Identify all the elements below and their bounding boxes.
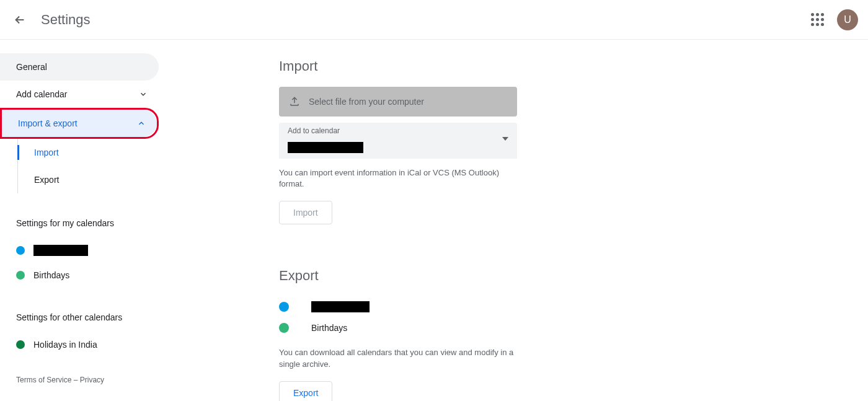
nav-import-export[interactable]: Import & export [2, 110, 157, 137]
terms-link[interactable]: Terms of Service [16, 376, 71, 384]
upload-icon [289, 96, 300, 107]
subnav-import[interactable]: Import [18, 139, 162, 166]
nav-add-calendar[interactable]: Add calendar [0, 81, 159, 108]
subnav-export[interactable]: Export [18, 166, 162, 193]
export-helper-text: You can download all calendars that you … [279, 347, 517, 369]
import-helper-text: You can import event information in iCal… [279, 167, 517, 190]
my-calendar-item[interactable]: Birthdays [0, 263, 162, 288]
import-button[interactable]: Import [279, 201, 332, 224]
add-to-calendar-select[interactable]: Add to calendar [279, 123, 517, 159]
google-apps-button[interactable] [805, 7, 830, 32]
account-avatar[interactable]: U [837, 9, 858, 30]
select-value-redacted [288, 142, 363, 153]
calendar-name-redacted [311, 301, 370, 312]
section-my-calendars: Settings for my calendars [0, 218, 162, 228]
nav-label: Add calendar [16, 89, 68, 99]
select-value [288, 142, 363, 155]
calendar-color-dot [279, 302, 289, 312]
section-other-calendars: Settings for other calendars [0, 312, 162, 322]
select-file-label: Select file from your computer [309, 97, 424, 107]
export-calendar-row: Birthdays [279, 317, 517, 338]
dropdown-triangle-icon [502, 137, 508, 141]
my-calendar-item[interactable] [0, 238, 162, 263]
main-content: Import Select file from your computer Ad… [162, 40, 868, 401]
calendar-color-dot [279, 323, 289, 333]
select-label: Add to calendar [288, 126, 340, 135]
chevron-down-icon [139, 90, 148, 99]
import-export-submenu: Import Export [17, 139, 162, 193]
calendar-name: Birthdays [311, 323, 347, 333]
apps-grid-icon [811, 13, 824, 26]
separator: – [74, 376, 80, 384]
nav-general[interactable]: General [0, 53, 159, 81]
arrow-left-icon [13, 13, 27, 27]
calendar-name-redacted [33, 245, 88, 256]
calendar-name: Birthdays [33, 270, 69, 280]
export-panel: Export Birthdays You can download all ca… [279, 268, 517, 401]
footer-links: Terms of Service – Privacy [0, 357, 162, 397]
page-title: Settings [41, 12, 91, 28]
privacy-link[interactable]: Privacy [80, 376, 104, 384]
highlight-box: Import & export [0, 108, 159, 139]
import-panel: Import Select file from your computer Ad… [279, 58, 517, 224]
chevron-up-icon [137, 119, 146, 128]
calendar-color-dot [16, 271, 25, 280]
back-button[interactable] [7, 7, 32, 32]
other-calendar-item[interactable]: Holidays in India [0, 332, 162, 357]
sidebar: General Add calendar Import & export Imp… [0, 40, 162, 401]
export-calendar-row [279, 296, 517, 317]
select-file-button[interactable]: Select file from your computer [279, 87, 517, 117]
nav-label: General [16, 62, 47, 72]
calendar-name: Holidays in India [33, 340, 97, 350]
calendar-color-dot [16, 246, 25, 255]
export-calendar-list: Birthdays [279, 296, 517, 338]
calendar-color-dot [16, 340, 25, 349]
import-heading: Import [279, 58, 517, 74]
export-heading: Export [279, 268, 517, 284]
export-button[interactable]: Export [279, 381, 332, 401]
nav-label: Import & export [18, 118, 78, 128]
top-bar: Settings U [0, 0, 868, 40]
